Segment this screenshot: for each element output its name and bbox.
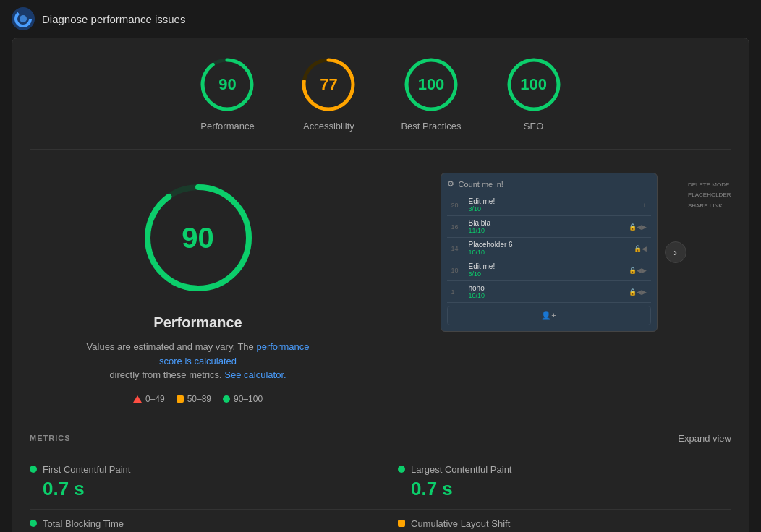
score-seo: 100 SEO (505, 56, 563, 132)
svg-point-2 (20, 15, 27, 22)
lcp-label: Largest Contentful Paint (411, 464, 511, 475)
perf-title: Performance (153, 314, 242, 331)
metric-lcp: Largest Contentful Paint 0.7 s (380, 455, 731, 510)
tbt-label: Total Blocking Time (43, 518, 124, 529)
table-row: 16 Bla bla 11/10 🔒◀▶ (447, 216, 651, 238)
add-icon: + (642, 202, 646, 209)
fcp-value: 0.7 s (30, 478, 362, 500)
sidebar-labels: DELETE MODE PLACEHOLDER SHARE LINK (688, 180, 731, 211)
score-label: Accessibility (303, 121, 354, 132)
dot-icon (223, 395, 230, 403)
main-card: 90 Performance 77 Accessibility 100 Best… (12, 38, 749, 532)
legend-item-good: 90–100 (223, 394, 263, 404)
table-row: 20 Edit me! 3/10 + (447, 194, 651, 216)
gauge-score: 90 (182, 222, 214, 254)
performance-gauge: 90 (133, 173, 263, 303)
add-button[interactable]: 👤+ (447, 306, 651, 325)
app-header: Diagnose performance issues (0, 0, 761, 38)
score-value: 77 (320, 75, 337, 94)
content-area: 90 Performance Values are estimated and … (30, 150, 731, 421)
screenshot-topbar: ⚙ Count me in! (447, 179, 651, 189)
calculator-link[interactable]: See calculator. (224, 369, 286, 380)
score-value: 100 (418, 75, 445, 94)
metric-tbt: Total Blocking Time 20 ms (30, 510, 380, 533)
legend: 0–49 50–89 90–100 (133, 394, 263, 404)
score-value: 90 (218, 75, 236, 94)
metrics-header: METRICS Expand view (30, 433, 731, 444)
scores-row: 90 Performance 77 Accessibility 100 Best… (30, 56, 731, 150)
table-row: 1 hoho 10/10 🔒◀▶ (447, 281, 651, 303)
score-performance: 90 Performance (198, 56, 256, 132)
next-button[interactable]: › (665, 241, 686, 263)
score-label: Performance (200, 121, 254, 132)
score-value: 100 (520, 75, 547, 94)
triangle-icon (133, 395, 142, 403)
score-label: Best Practices (401, 121, 461, 132)
metric-fcp: First Contentful Paint 0.7 s (30, 455, 380, 510)
perf-description: Values are estimated and may vary. The p… (82, 340, 314, 382)
metrics-title: METRICS (30, 434, 71, 442)
lcp-dot (398, 466, 405, 473)
metrics-grid: First Contentful Paint 0.7 s Largest Con… (30, 455, 731, 533)
metric-cls: Cumulative Layout Shift 0.186 (380, 510, 731, 533)
fcp-label: First Contentful Paint (43, 464, 130, 475)
fcp-dot (30, 466, 37, 473)
expand-view-button[interactable]: Expand view (678, 433, 731, 444)
legend-range-good: 90–100 (234, 394, 263, 404)
score-label: SEO (524, 121, 543, 132)
metrics-section: METRICS Expand view First Contentful Pai… (30, 421, 731, 533)
legend-range-average: 50–89 (187, 394, 211, 404)
cls-dot (398, 520, 405, 527)
tbt-dot (30, 520, 37, 527)
app-logo (12, 7, 35, 30)
score-best-practices: 100 Best Practices (401, 56, 461, 132)
rect-icon (177, 395, 184, 403)
screenshot-title: Count me in! (459, 180, 503, 189)
table-row: 10 Edit me! 6/10 🔒◀▶ (447, 259, 651, 281)
lcp-value: 0.7 s (398, 478, 731, 500)
score-accessibility: 77 Accessibility (299, 56, 357, 132)
score-circle-seo: 100 (505, 56, 563, 113)
page-title: Diagnose performance issues (42, 13, 185, 25)
legend-range-poor: 0–49 (145, 394, 165, 404)
score-circle-accessibility: 77 (299, 56, 357, 113)
screenshot-area: ⚙ Count me in! 20 Edit me! 3/10 + (395, 173, 731, 332)
performance-gauge-area: 90 Performance Values are estimated and … (30, 173, 366, 404)
score-circle-performance: 90 (198, 56, 256, 113)
screenshot-preview: ⚙ Count me in! 20 Edit me! 3/10 + (441, 173, 658, 332)
gear-icon: ⚙ (447, 179, 454, 189)
screenshot-card: ⚙ Count me in! 20 Edit me! 3/10 + (441, 173, 686, 332)
cls-label: Cumulative Layout Shift (411, 518, 510, 529)
legend-item-average: 50–89 (177, 394, 211, 404)
score-circle-best-practices: 100 (402, 56, 460, 113)
table-row: 14 Placeholder 6 10/10 🔒◀ (447, 238, 651, 259)
legend-item-poor: 0–49 (133, 394, 165, 404)
